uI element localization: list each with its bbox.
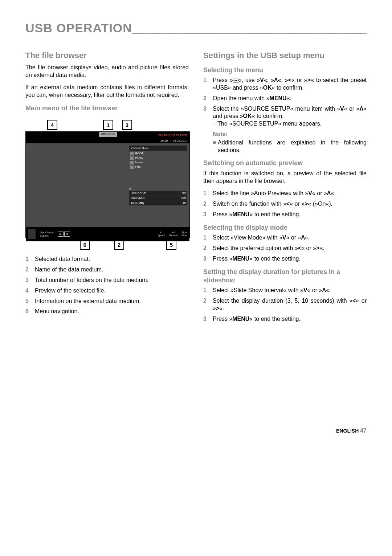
step-text: Select the line »Auto Preview« with »V« … (213, 190, 367, 197)
heading-selecting-menu: Selecting the menu (203, 66, 367, 74)
legend-text: Preview of the selected file. (35, 287, 189, 295)
callout-4: 4 (47, 120, 57, 130)
bottom-col: AllRepeat (170, 231, 178, 237)
folder-icon (130, 156, 134, 160)
page-footer: ENGLISH 47 (25, 427, 367, 435)
drive-label: C: (129, 188, 187, 191)
legend-text: Total number of folders on the data medi… (35, 277, 189, 284)
stop-icon: ■ (64, 232, 70, 237)
legend-item: 5Information on the external data medium… (25, 298, 189, 305)
left-column: The file browser The file browser displa… (25, 50, 189, 326)
list-item: ROOT (129, 151, 187, 156)
step-text: Select »View Mode« with »V« or »Λ«. (213, 234, 367, 242)
display-mode-steps: 1Select »View Mode« with »V« or »Λ«. 2Se… (203, 234, 367, 262)
heading-auto-preview: Switching on automatic preview (203, 159, 367, 167)
list-item: Film (129, 165, 187, 169)
legend-text: Selected data format. (35, 255, 189, 263)
paragraph: The file browser displays video, audio a… (25, 64, 189, 79)
used-label: Used (MB) (131, 196, 144, 200)
play-icon: ▶ (58, 232, 64, 237)
tv-screen-mock: GRUNDIG MULTIMEDIA PLAYER 19:10 | 28.06.… (25, 131, 190, 238)
control-hint: Use Control Buttons (40, 231, 53, 237)
legend-text: Name of the data medium. (35, 266, 189, 274)
step-text: Select the display duration (3, 5, 10 se… (213, 297, 367, 312)
file-browser-diagram: 4 1 3 GRUNDIG MULTIMEDIA PLAYER 19:10 | … (25, 120, 189, 250)
tv-brand: GRUNDIG (99, 132, 117, 136)
drive-pct: %3 (181, 192, 186, 195)
heading-slideshow-duration: Setting the display duration for picture… (203, 268, 367, 285)
paragraph: If an external data medium contains file… (25, 84, 189, 99)
legend-text: Menu navigation. (35, 308, 189, 315)
callout-1: 1 (103, 120, 113, 130)
legend-item: 3Total number of folders on the data med… (25, 277, 189, 284)
heading-display-mode: Selecting the display mode (203, 224, 367, 232)
used-val: 475 (181, 196, 186, 200)
step-text: Open the menu with »MENU«. (213, 95, 367, 102)
panel-header: VIDEO FILES (129, 146, 187, 151)
legend-text: Information on the external data medium. (35, 298, 189, 305)
step-text: Switch on the function with »<« or »>« (… (213, 200, 367, 208)
list-item: Photo (129, 156, 187, 160)
legend-list: 1Selected data format.2Name of the data … (25, 255, 189, 315)
heading-main-menu: Main menu of the file browser (25, 104, 189, 113)
disc-icon (130, 152, 134, 155)
legend-item: 1Selected data format. (25, 255, 189, 263)
step-text: Press »MENU« to end the setting. (213, 315, 367, 323)
tv-time: 19:10 (160, 139, 168, 143)
step-text: Press »MENU« to end the setting. (213, 211, 367, 218)
step-text: Press »⇥«, use »V«, »Λ«, »<« or »>« to s… (213, 77, 367, 92)
note-body: ■ Additional functions are explained in … (213, 139, 367, 154)
source-icon: ⇥ (233, 78, 238, 83)
page-title: USB OPERATION___________________________… (25, 20, 367, 36)
tv-date: 28.06.2010 (173, 139, 187, 143)
selecting-menu-steps: 1Press »⇥«, use »V«, »Λ«, »<« or »>« to … (203, 77, 367, 128)
auto-preview-steps: 1Select the line »Auto Preview« with »V«… (203, 190, 367, 218)
legend-item: 2Name of the data medium. (25, 266, 189, 274)
list-item: Music (129, 160, 187, 165)
paragraph: If this function is switched on, a previ… (203, 170, 367, 185)
bottom-col: NowTotal (182, 231, 187, 237)
total-val: 45 (183, 201, 186, 205)
step-text: Select the preferred option with »<« or … (213, 245, 367, 252)
bottom-col: x1Speed (158, 231, 165, 237)
remote-icon (28, 229, 36, 239)
bullet-icon: ■ (213, 139, 218, 154)
drive-name: USB DRIVE (131, 192, 146, 195)
step-text: Select the »SOURCE SETUP« menu item with… (213, 105, 367, 128)
legend-item: 4Preview of the selected file. (25, 287, 189, 295)
slideshow-steps: 1Select »Slide Show Interval« with »V« o… (203, 287, 367, 323)
heading-file-browser: The file browser (25, 50, 189, 61)
folder-icon (130, 161, 134, 164)
heading-settings: Settings in the USB setup menu (203, 50, 367, 61)
step-text: Select »Slide Show Interval« with »V« or… (213, 287, 367, 294)
legend-item: 6Menu navigation. (25, 308, 189, 315)
right-column: Settings in the USB setup menu Selecting… (203, 50, 367, 326)
callout-3: 3 (122, 120, 132, 130)
total-label: Total (MB) (131, 201, 144, 205)
note-label: Note: (213, 131, 367, 138)
step-text: Press »MENU« to end the setting. (213, 255, 367, 263)
folder-icon (130, 165, 134, 169)
